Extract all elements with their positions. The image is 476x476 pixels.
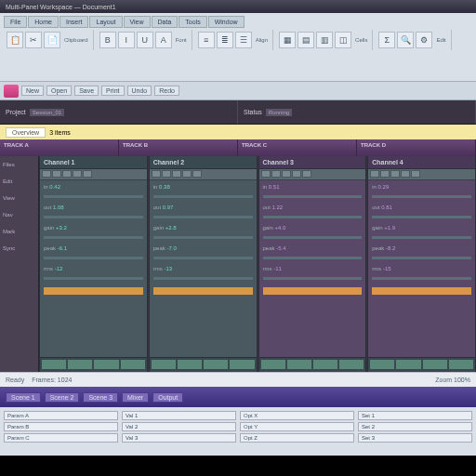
sidebar-item-edit[interactable]: Edit <box>2 177 36 186</box>
ribbon-button[interactable]: ▤ <box>298 32 314 48</box>
panel-tool-button[interactable] <box>42 170 51 178</box>
ribbon-button[interactable]: ☰ <box>235 32 252 48</box>
panel-tool-button[interactable] <box>73 170 82 178</box>
footer-button[interactable]: Val 2 <box>122 422 236 431</box>
ribbon-button[interactable]: U <box>137 32 153 48</box>
ribbon-tab-view[interactable]: View <box>124 16 151 28</box>
ribbon-button[interactable]: B <box>99 32 116 48</box>
panel-tool-button[interactable] <box>52 170 61 178</box>
footer-button[interactable]: Opt X <box>240 411 354 420</box>
toolbar-new-button[interactable]: New <box>21 86 44 96</box>
ribbon-button[interactable]: I <box>118 32 135 48</box>
ribbon-tab-tools[interactable]: Tools <box>178 16 206 28</box>
footer-cell[interactable] <box>121 360 145 369</box>
ribbon-tab-file[interactable]: File <box>4 16 27 28</box>
panel-tool-button[interactable] <box>302 170 311 178</box>
panel-tool-button[interactable] <box>261 170 271 178</box>
toolbar-print-button[interactable]: Print <box>101 86 124 96</box>
footer-button[interactable]: Set 1 <box>358 411 472 420</box>
panel-tool-button[interactable] <box>152 170 161 178</box>
footer-cell[interactable] <box>287 360 311 369</box>
toolbar-redo-button[interactable]: Redo <box>154 86 179 96</box>
footer-cell[interactable] <box>178 360 202 369</box>
sidebar-item-view[interactable]: View <box>2 193 36 203</box>
ribbon-tab-home[interactable]: Home <box>28 16 59 28</box>
footer-button[interactable]: Set 2 <box>358 422 472 431</box>
panel-tool-button[interactable] <box>370 170 379 178</box>
ribbon-button[interactable]: 📋 <box>7 32 23 48</box>
track-header[interactable]: TRACK C <box>238 139 357 156</box>
panel-tool-button[interactable] <box>172 170 181 178</box>
panel-tool-button[interactable] <box>390 170 400 178</box>
scene-tab[interactable]: Scene 2 <box>45 392 80 403</box>
ribbon-tab-data[interactable]: Data <box>152 16 178 28</box>
ribbon-button[interactable]: ⚙ <box>416 32 432 48</box>
track-header[interactable]: TRACK B <box>119 139 238 156</box>
scene-tab[interactable]: Scene 3 <box>83 392 118 403</box>
footer-cell[interactable] <box>449 360 473 369</box>
scene-tab[interactable]: Mixer <box>122 392 149 403</box>
footer-cell[interactable] <box>152 360 176 369</box>
ribbon-button[interactable]: ≣ <box>217 32 233 48</box>
footer-cell[interactable] <box>370 360 394 369</box>
footer-cell[interactable] <box>423 360 447 369</box>
ribbon-button[interactable]: ✂ <box>25 32 42 48</box>
header-field-project[interactable]: Session_01 <box>30 109 64 116</box>
footer-button[interactable]: Val 3 <box>122 433 236 443</box>
panel-tool-button[interactable] <box>182 170 192 178</box>
panel-tool-button[interactable] <box>271 170 281 178</box>
panel-tool-button[interactable] <box>292 170 301 178</box>
footer-cell[interactable] <box>230 360 254 369</box>
ribbon-tab-insert[interactable]: Insert <box>60 16 89 28</box>
ribbon-button[interactable]: ◫ <box>335 32 351 48</box>
toolbar-open-button[interactable]: Open <box>46 86 72 96</box>
footer-button[interactable]: Val 1 <box>122 411 236 420</box>
panel-tool-button[interactable] <box>401 170 410 178</box>
sidebar-item-nav[interactable]: Nav <box>2 210 36 219</box>
toolbar-undo-button[interactable]: Undo <box>127 86 152 96</box>
panel-tool-button[interactable] <box>192 170 202 178</box>
yellow-tab[interactable]: Overview <box>6 127 46 138</box>
track-header[interactable]: TRACK A <box>0 139 119 156</box>
sidebar-item-mark[interactable]: Mark <box>2 227 36 236</box>
ribbon-tab-window[interactable]: Window <box>208 16 245 28</box>
footer-cell[interactable] <box>204 360 228 369</box>
ribbon-button[interactable]: ▥ <box>316 32 333 48</box>
panel-tool-button[interactable] <box>282 170 291 178</box>
sidebar-item-files[interactable]: Files <box>2 160 36 169</box>
panel-tool-button[interactable] <box>411 170 420 178</box>
footer-button[interactable]: Param B <box>4 422 118 431</box>
ribbon-button[interactable]: A <box>155 32 172 48</box>
footer-button[interactable]: Opt Z <box>240 433 354 443</box>
scene-tab[interactable]: Output <box>152 392 183 403</box>
footer-button[interactable]: Param C <box>4 433 118 443</box>
footer-cell[interactable] <box>261 360 285 369</box>
ribbon-button[interactable]: 📄 <box>44 32 60 48</box>
header-label-status: Status <box>244 109 262 115</box>
ribbon-button[interactable]: 🔍 <box>397 32 414 48</box>
footer-cell[interactable] <box>396 360 420 369</box>
panel-tool-button[interactable] <box>62 170 72 178</box>
sidebar-item-sync[interactable]: Sync <box>2 244 36 253</box>
panel-tool-button[interactable] <box>380 170 390 178</box>
ribbon-button[interactable]: ≡ <box>198 32 215 48</box>
footer-button[interactable]: Set 3 <box>358 433 472 443</box>
footer-cell[interactable] <box>68 360 92 369</box>
scene-tab[interactable]: Scene 1 <box>6 392 41 403</box>
row-label: gain <box>263 225 273 231</box>
header-pane-left: Project Session_01 <box>0 100 238 124</box>
footer-cell[interactable] <box>313 360 337 369</box>
footer-cell[interactable] <box>42 360 66 369</box>
row-label: out <box>153 205 161 210</box>
footer-button[interactable]: Param A <box>4 411 118 420</box>
track-header[interactable]: TRACK D <box>357 139 476 156</box>
footer-cell[interactable] <box>94 360 118 369</box>
ribbon-tab-layout[interactable]: Layout <box>89 16 122 28</box>
ribbon-button[interactable]: ▦ <box>279 32 296 48</box>
toolbar-save-button[interactable]: Save <box>74 86 99 96</box>
panel-tool-button[interactable] <box>83 170 92 178</box>
footer-cell[interactable] <box>339 360 364 369</box>
panel-tool-button[interactable] <box>162 170 171 178</box>
footer-button[interactable]: Opt Y <box>240 422 354 431</box>
ribbon-button[interactable]: Σ <box>378 32 395 48</box>
